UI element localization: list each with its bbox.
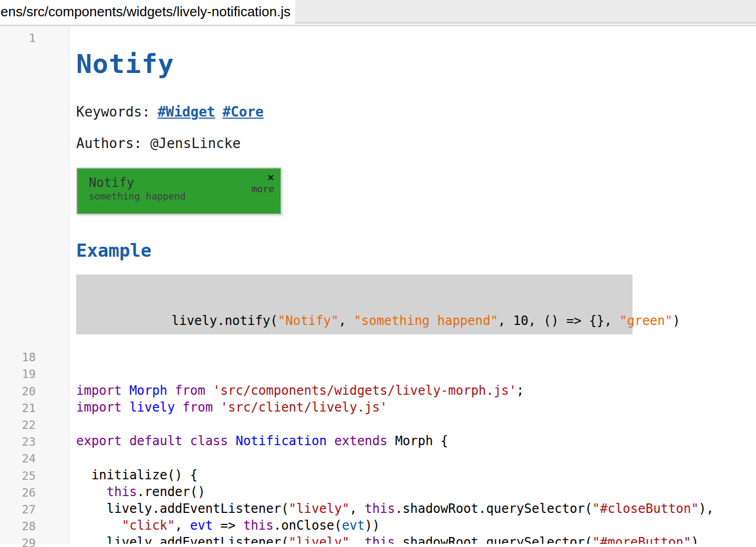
code-line[interactable]: lively.addEventListener("lively", this.s… [76,534,756,544]
line-number: 1 [0,30,36,47]
file-path-input[interactable]: ens/src/components/widgets/lively-notifi… [0,0,295,24]
code-token: lively [129,400,175,415]
keyword-link[interactable]: #Widget [158,104,215,120]
code-token: 'src/client/lively.js' [221,400,388,415]
line-number: 22 [0,417,36,434]
code-token: , [349,501,365,516]
code-token: .onClose( [274,518,342,533]
line-number: 28 [0,518,36,535]
author-name: @JensLincke [150,135,241,151]
code-token: evt [342,518,365,533]
code-token: from [182,400,213,415]
code-line[interactable] [76,449,756,466]
code-token: ; [516,383,524,398]
keyword-link[interactable]: #Core [222,104,263,120]
code-token: , [175,518,190,533]
notification-preview: Notify something happend × more [76,167,282,215]
code-line[interactable]: lively.addEventListener("lively", this.s… [76,500,756,517]
code-token: "green" [619,313,672,328]
code-token: ), [699,501,714,516]
code-token: "something happend" [354,313,498,328]
line-number: 26 [0,485,36,501]
code-token: import [76,400,122,415]
code-token: , [338,313,354,328]
code-token: export [76,434,122,448]
code-token: import [76,383,122,398]
code-line[interactable] [76,348,756,365]
code-token [213,400,220,415]
code-token: Notification [235,434,326,448]
code-token [205,383,213,398]
code-line[interactable]: "click", evt => this.onClose(evt)) [76,517,756,534]
code-token: class [190,434,228,448]
code-token: "Notify" [278,313,339,328]
code-token: this [107,485,137,499]
code-token [76,518,122,533]
code-token [76,485,107,499]
close-icon[interactable]: × [267,172,274,183]
code-token: this [365,535,395,544]
code-token: "#moreButton" [593,535,691,544]
code-line[interactable]: export default class Notification extend… [76,433,756,449]
code-token: , 10, () => {}, [498,313,619,328]
code-token: lively.addEventListener( [76,501,289,516]
code-token: "#closeButton" [593,501,699,516]
example-code-block: lively.notify("Notify", "something happe… [76,275,633,334]
code-token: this [243,518,274,533]
code-line[interactable] [76,30,756,47]
line-number: 21 [0,400,36,417]
code-token: "lively" [289,501,350,516]
more-button[interactable]: more [252,183,274,195]
editor-content[interactable]: Notify Keywords:#Widget#Core Authors: @J… [69,26,756,544]
code-token: lively.notify( [172,313,278,328]
code-token: => [213,518,243,533]
code-token: this [365,501,395,516]
code-line[interactable]: import lively from 'src/client/lively.js… [76,399,756,416]
code-token [122,400,129,415]
code-token: "click" [122,518,175,533]
code-editor: 1 181920212223242526272829 Notify Keywor… [0,26,756,544]
code-line[interactable] [76,365,756,382]
top-bar: ens/src/components/widgets/lively-notifi… [0,0,756,24]
line-number: 18 [0,349,36,366]
code-token [327,434,334,448]
code-line[interactable] [76,416,756,433]
code-token: "lively" [289,535,350,544]
line-number: 27 [0,501,36,518]
code-token: 'src/components/widgets/lively-morph.js' [213,383,516,398]
code-token: lively.addEventListener( [76,535,289,544]
code-token: evt [190,518,213,533]
code-token: Morph [129,383,167,398]
doc-title: Notify [76,48,633,80]
keywords-row: Keywords:#Widget#Core [76,103,633,121]
code-token: Morph { [387,434,448,448]
code-line[interactable]: this.render() [76,483,756,500]
code-token: initialize() { [76,468,198,482]
code-token: .shadowRoot.querySelector( [395,501,593,516]
code-token: )) [365,518,380,533]
code-token [175,400,182,415]
code-token [122,434,129,448]
example-heading: Example [76,239,633,262]
line-number: 19 [0,366,36,383]
code-token: default [129,434,182,448]
line-number: 25 [0,468,36,485]
code-token: , [349,535,365,544]
authors-label: Authors: [76,135,142,151]
gutter-spacer [0,47,69,349]
line-number: 29 [0,535,36,547]
code-token: ) [672,313,680,328]
code-token: .render() [137,485,205,499]
notification-message: something happend [89,190,273,203]
notification-title: Notify [89,175,273,190]
code-token [228,434,235,448]
line-number: 23 [0,434,36,450]
editor-window: ens/src/components/widgets/lively-notifi… [0,0,756,547]
code-line[interactable]: import Morph from 'src/components/widget… [76,382,756,399]
code-token [122,383,129,398]
code-token: ), [691,535,706,544]
line-number-gutter: 1 181920212223242526272829 [0,26,69,544]
code-token: from [175,383,205,398]
markdown-preview: Notify Keywords:#Widget#Core Authors: @J… [76,48,633,334]
code-line[interactable]: initialize() { [76,467,756,483]
